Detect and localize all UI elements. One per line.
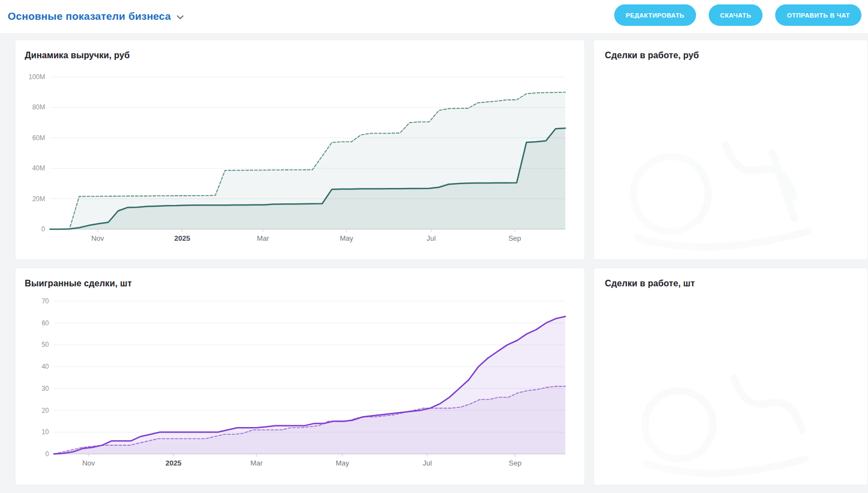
panel-title: Выигранные сделки, шт xyxy=(25,279,132,289)
won-deals-chart[interactable]: 010203040506070Nov2025MarMayJulSep xyxy=(15,268,585,485)
svg-text:Jul: Jul xyxy=(426,234,436,242)
svg-text:2025: 2025 xyxy=(165,459,181,467)
header-actions: РЕДАКТИРОВАТЬ СКАЧАТЬ ОТПРАВИТЬ В ЧАТ xyxy=(614,4,861,26)
panel-title: Сделки в работе, руб xyxy=(605,51,699,60)
svg-text:70: 70 xyxy=(42,297,49,305)
dashboard-selector[interactable]: Основные показатели бизнеса xyxy=(8,0,184,33)
svg-text:100M: 100M xyxy=(29,73,45,81)
svg-text:80M: 80M xyxy=(32,103,45,111)
empty-state-watermark xyxy=(608,348,844,483)
svg-text:2025: 2025 xyxy=(174,234,190,242)
download-button[interactable]: СКАЧАТЬ xyxy=(709,4,763,26)
svg-text:Jul: Jul xyxy=(422,459,432,467)
svg-text:Mar: Mar xyxy=(251,459,263,467)
edit-button[interactable]: РЕДАКТИРОВАТЬ xyxy=(614,4,696,26)
send-to-chat-button[interactable]: ОТПРАВИТЬ В ЧАТ xyxy=(775,4,861,26)
panel-deals-in-progress-rub: Сделки в работе, руб xyxy=(593,40,868,260)
svg-text:May: May xyxy=(336,459,349,467)
svg-text:Mar: Mar xyxy=(257,234,269,242)
svg-text:50: 50 xyxy=(42,341,49,348)
chevron-down-icon[interactable] xyxy=(176,15,184,20)
revenue-dynamics-chart[interactable]: 020M40M60M80M100MNov2025MarMayJulSep xyxy=(15,40,585,259)
panel-revenue-dynamics: 020M40M60M80M100MNov2025MarMayJulSep Дин… xyxy=(15,40,585,260)
empty-state-watermark xyxy=(608,120,844,254)
svg-text:10: 10 xyxy=(42,428,49,436)
panel-title: Сделки в работе, шт xyxy=(605,279,695,289)
svg-text:20: 20 xyxy=(42,407,49,414)
svg-text:Sep: Sep xyxy=(508,234,521,242)
svg-text:40M: 40M xyxy=(32,164,45,172)
top-bar: Основные показатели бизнеса РЕДАКТИРОВАТ… xyxy=(0,0,868,33)
svg-text:20M: 20M xyxy=(32,195,45,203)
svg-text:Nov: Nov xyxy=(82,459,96,467)
svg-text:Sep: Sep xyxy=(509,459,521,467)
panel-title: Динамика выручки, руб xyxy=(25,51,130,60)
svg-text:40: 40 xyxy=(42,363,49,370)
dashboard-page: Основные показатели бизнеса РЕДАКТИРОВАТ… xyxy=(0,0,868,493)
panel-deals-in-progress-count: Сделки в работе, шт xyxy=(593,268,868,485)
svg-text:0: 0 xyxy=(45,450,49,458)
svg-text:60: 60 xyxy=(42,319,49,327)
svg-text:60M: 60M xyxy=(32,134,45,142)
svg-text:Nov: Nov xyxy=(91,234,104,242)
svg-text:0: 0 xyxy=(41,225,45,233)
page-title[interactable]: Основные показатели бизнеса xyxy=(8,10,171,23)
svg-text:30: 30 xyxy=(42,385,49,392)
svg-text:May: May xyxy=(340,234,354,242)
panel-won-deals: 010203040506070Nov2025MarMayJulSep Выигр… xyxy=(15,268,585,485)
